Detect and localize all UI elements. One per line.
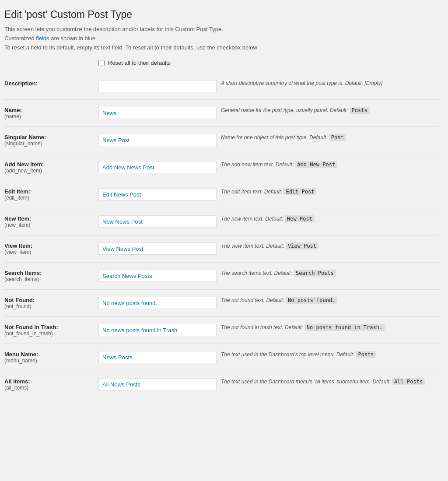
reset-section: Reset all to their defaults bbox=[98, 60, 439, 66]
input-cell-all_items bbox=[98, 373, 221, 396]
hint-cell-menu_name: The text used in the Dashboard's top lev… bbox=[221, 346, 439, 369]
table-row: Add New Item:(add_new_item)The add new i… bbox=[4, 156, 439, 179]
input-cell-name bbox=[98, 102, 221, 125]
input-cell-new_item bbox=[98, 210, 221, 233]
field-label-menu_name: Menu Name: bbox=[4, 351, 94, 358]
input-new_item[interactable] bbox=[98, 215, 217, 228]
input-cell-search_items bbox=[98, 264, 221, 288]
field-key-not_found: (not_found) bbox=[4, 303, 94, 309]
field-key-new_item: (new_item) bbox=[4, 222, 94, 228]
default-badge-search_items: Search Posts bbox=[294, 270, 336, 277]
hint-cell-search_items: The search items text. Default: Search P… bbox=[221, 264, 439, 288]
field-label-not_found: Not Found: bbox=[4, 297, 94, 303]
label-cell-view_item: View Item:(view_item) bbox=[4, 237, 98, 260]
input-cell-not_found bbox=[98, 291, 221, 315]
label-cell-edit_item: Edit Item:(edit_item) bbox=[4, 183, 98, 206]
input-cell-not_found_in_trash bbox=[98, 319, 221, 342]
hint-cell-name: General name for the post type, usually … bbox=[221, 102, 439, 125]
table-row: All Items:(all_items)The text used in th… bbox=[4, 373, 439, 396]
hint-cell-edit_item: The edit item text. Default: Edit Post bbox=[221, 183, 439, 206]
divider-row bbox=[4, 315, 439, 319]
divider-row bbox=[4, 98, 439, 102]
field-label-add_new_item: Add New Item: bbox=[4, 161, 94, 168]
input-cell-edit_item bbox=[98, 183, 221, 206]
label-cell-description: Description: bbox=[4, 75, 98, 98]
field-key-edit_item: (edit_item) bbox=[4, 195, 94, 201]
field-key-all_items: (all_items) bbox=[4, 385, 94, 391]
table-row: Not Found:(not_found)The not found text.… bbox=[4, 291, 439, 315]
default-badge-new_item: New Post bbox=[285, 215, 315, 222]
input-description[interactable] bbox=[98, 80, 217, 92]
field-label-view_item: View Item: bbox=[4, 242, 94, 249]
input-search_items[interactable] bbox=[98, 270, 217, 282]
hint-cell-description: A short descriptive summary of what the … bbox=[221, 75, 439, 98]
field-label-edit_item: Edit Item: bbox=[4, 188, 94, 195]
input-cell-menu_name bbox=[98, 346, 221, 369]
divider-row bbox=[4, 125, 439, 129]
default-badge-edit_item: Edit Post bbox=[284, 188, 316, 195]
intro-line3: To reset a field to its default, empty i… bbox=[4, 44, 439, 51]
table-row: Description:A short descriptive summary … bbox=[4, 75, 439, 98]
input-add_new_item[interactable] bbox=[98, 161, 217, 173]
field-label-description: Description: bbox=[4, 80, 94, 87]
input-menu_name[interactable] bbox=[98, 351, 217, 363]
divider-row bbox=[4, 288, 439, 291]
input-view_item[interactable] bbox=[98, 242, 217, 255]
label-cell-not_found_in_trash: Not Found in Trash:(not_found_in_trash) bbox=[4, 319, 98, 342]
input-not_found[interactable] bbox=[98, 297, 217, 309]
field-label-all_items: All Items: bbox=[4, 378, 94, 385]
divider-row bbox=[4, 369, 439, 373]
input-cell-view_item bbox=[98, 237, 221, 260]
table-row: View Item:(view_item)The view item text.… bbox=[4, 237, 439, 260]
divider-row bbox=[4, 260, 439, 264]
hint-cell-add_new_item: The add new item text. Default: Add New … bbox=[221, 156, 439, 179]
input-singular_name[interactable] bbox=[98, 134, 217, 146]
customized-fields-link: fields bbox=[36, 35, 49, 42]
default-badge-all_items: All Posts bbox=[392, 378, 425, 385]
field-key-view_item: (view_item) bbox=[4, 249, 94, 255]
label-cell-new_item: New Item:(new_item) bbox=[4, 210, 98, 233]
table-row: Search Items:(search_items)The search it… bbox=[4, 264, 439, 288]
default-badge-not_found_in_trash: No posts found in Trash. bbox=[304, 324, 385, 331]
field-label-name: Name: bbox=[4, 107, 94, 113]
table-row: Not Found in Trash:(not_found_in_trash)T… bbox=[4, 319, 439, 342]
label-cell-not_found: Not Found:(not_found) bbox=[4, 291, 98, 315]
hint-cell-not_found_in_trash: The not found in trash text. Default: No… bbox=[221, 319, 439, 342]
table-row: Menu Name:(menu_name)The text used in th… bbox=[4, 346, 439, 369]
input-all_items[interactable] bbox=[98, 378, 217, 390]
default-badge-view_item: View Post bbox=[286, 242, 318, 249]
field-label-search_items: Search Items: bbox=[4, 270, 94, 276]
page-title: Edit 'post' Custom Post Type bbox=[4, 9, 439, 21]
default-badge-menu_name: Posts bbox=[356, 351, 376, 358]
input-cell-singular_name bbox=[98, 129, 221, 152]
intro-line2: Customized fields are shown in blue. bbox=[4, 35, 439, 42]
table-row: Name:(name)General name for the post typ… bbox=[4, 102, 439, 125]
input-not_found_in_trash[interactable] bbox=[98, 324, 217, 336]
default-badge-add_new_item: Add New Post bbox=[295, 161, 337, 168]
label-cell-search_items: Search Items:(search_items) bbox=[4, 264, 98, 288]
table-row: New Item:(new_item)The new item text. De… bbox=[4, 210, 439, 233]
field-label-singular_name: Singular Name: bbox=[4, 134, 94, 140]
input-name[interactable] bbox=[98, 107, 217, 119]
divider-row bbox=[4, 342, 439, 346]
hint-cell-singular_name: Name for one object of this post type. D… bbox=[221, 129, 439, 152]
field-key-singular_name: (singular_name) bbox=[4, 140, 94, 147]
reset-checkbox[interactable] bbox=[98, 60, 105, 66]
table-row: Edit Item:(edit_item)The edit item text.… bbox=[4, 183, 439, 206]
field-key-menu_name: (menu_name) bbox=[4, 358, 94, 364]
hint-cell-new_item: The new item text. Default: New Post bbox=[221, 210, 439, 233]
hint-cell-view_item: The view item text. Default: View Post bbox=[221, 237, 439, 260]
intro-line1: This screen lets you customize the descr… bbox=[4, 26, 439, 32]
default-badge-name: Posts bbox=[350, 107, 370, 114]
divider-row bbox=[4, 233, 439, 237]
field-label-new_item: New Item: bbox=[4, 215, 94, 222]
fields-table: Description:A short descriptive summary … bbox=[4, 75, 439, 396]
input-edit_item[interactable] bbox=[98, 188, 217, 200]
input-cell-description bbox=[98, 75, 221, 98]
default-badge-singular_name: Post bbox=[329, 134, 346, 141]
divider-row bbox=[4, 206, 439, 210]
label-cell-singular_name: Singular Name:(singular_name) bbox=[4, 129, 98, 152]
reset-label: Reset all to their defaults bbox=[108, 60, 171, 66]
divider-row bbox=[4, 179, 439, 183]
default-badge-not_found: No posts found. bbox=[286, 297, 337, 304]
